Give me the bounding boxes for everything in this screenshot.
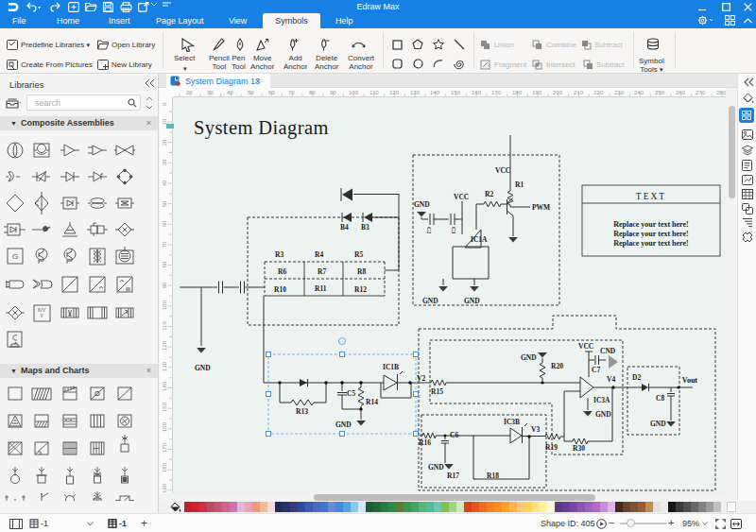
svg-text:120: 120	[389, 90, 400, 95]
svg-text:90: 90	[162, 282, 167, 288]
svg-text:210: 210	[574, 90, 584, 95]
svg-text:IC1B: IC1B	[383, 363, 399, 371]
svg-text:C7: C7	[592, 366, 600, 374]
svg-text:GND: GND	[422, 297, 438, 305]
svg-text:R4: R4	[315, 250, 323, 259]
svg-text:Vout: Vout	[682, 376, 697, 385]
svg-text:180: 180	[162, 462, 167, 472]
svg-text:20: 20	[162, 139, 167, 146]
svg-text:100: 100	[162, 300, 167, 310]
svg-text:GND: GND	[464, 297, 480, 305]
svg-text:160: 160	[472, 90, 482, 95]
svg-text:70: 70	[162, 241, 167, 248]
svg-text:0: 0	[162, 102, 167, 106]
svg-text:50: 50	[162, 200, 167, 207]
svg-text:IC3B: IC3B	[504, 418, 520, 426]
svg-text:C3: C3	[451, 227, 456, 233]
svg-text:R16: R16	[419, 438, 431, 447]
svg-text:GND: GND	[335, 420, 352, 429]
svg-text:190: 190	[532, 90, 542, 95]
svg-text:20: 20	[186, 90, 193, 95]
svg-text:B3: B3	[361, 223, 369, 232]
svg-text:130: 130	[410, 90, 421, 95]
svg-text:270: 270	[696, 90, 706, 95]
svg-text:R1: R1	[515, 180, 524, 189]
svg-text:R7: R7	[318, 267, 326, 276]
svg-text:60: 60	[162, 220, 167, 227]
svg-text:180: 180	[512, 90, 523, 95]
svg-text:R20: R20	[551, 362, 563, 370]
svg-text:GND: GND	[595, 410, 611, 419]
svg-text:PWM: PWM	[532, 203, 550, 212]
svg-text:VCC: VCC	[578, 342, 593, 351]
svg-text:40: 40	[227, 90, 233, 95]
svg-text:V2: V2	[417, 374, 425, 383]
svg-text:R10: R10	[274, 285, 286, 294]
svg-text:220: 220	[593, 90, 604, 95]
svg-text:R13: R13	[296, 407, 308, 416]
svg-text:150: 150	[162, 402, 167, 412]
svg-text:50: 50	[248, 90, 254, 95]
svg-text:Replace your text here!: Replace your text here!	[613, 230, 688, 238]
svg-text:R18: R18	[487, 472, 499, 480]
svg-text:170: 170	[491, 90, 502, 95]
svg-text:280: 280	[716, 90, 726, 95]
svg-text:TEXT: TEXT	[636, 192, 666, 201]
svg-text:150: 150	[451, 90, 461, 95]
svg-text:R15: R15	[431, 387, 443, 396]
svg-text:V3: V3	[531, 425, 540, 434]
svg-text:130: 130	[162, 361, 167, 371]
svg-text:260: 260	[676, 90, 686, 95]
svg-text:R11: R11	[315, 284, 327, 293]
svg-text:R5: R5	[354, 250, 363, 259]
svg-text:80: 80	[162, 261, 167, 267]
svg-text:40: 40	[162, 180, 167, 186]
svg-text:140: 140	[430, 90, 440, 95]
svg-text:GND: GND	[521, 353, 537, 362]
svg-text:80: 80	[309, 90, 316, 95]
svg-text:110: 110	[369, 90, 379, 95]
svg-text:110: 110	[162, 321, 167, 331]
svg-text:C8: C8	[656, 394, 664, 403]
svg-text:R3: R3	[275, 250, 284, 259]
svg-text:V4: V4	[607, 375, 615, 384]
svg-text:R30: R30	[573, 444, 585, 453]
svg-text:250: 250	[655, 90, 665, 95]
svg-text:30: 30	[162, 159, 167, 165]
svg-text:120: 120	[162, 340, 167, 351]
svg-text:170: 170	[162, 442, 167, 453]
svg-text:R6: R6	[278, 267, 286, 276]
svg-text:R17: R17	[447, 472, 459, 480]
svg-text:C6: C6	[450, 431, 458, 439]
svg-text:Replace your text here!: Replace your text here!	[613, 239, 688, 248]
svg-text:R14: R14	[366, 398, 378, 406]
svg-text:C2: C2	[426, 227, 432, 233]
svg-text:IC1A: IC1A	[471, 235, 488, 244]
svg-text:60: 60	[268, 90, 275, 95]
svg-text:D2: D2	[632, 373, 641, 382]
svg-text:Replace your text here!: Replace your text here!	[613, 220, 688, 229]
svg-text:30: 30	[207, 90, 214, 95]
svg-text:90: 90	[330, 90, 336, 95]
svg-text:R19: R19	[545, 443, 558, 452]
svg-text:R8: R8	[357, 267, 366, 276]
svg-text:IC3A: IC3A	[593, 396, 610, 404]
svg-text:200: 200	[553, 90, 563, 95]
svg-text:System Diagram: System Diagram	[194, 117, 329, 139]
svg-text:GND: GND	[195, 364, 211, 372]
svg-text:140: 140	[162, 381, 167, 391]
svg-text:GND: GND	[650, 420, 666, 428]
svg-text:GND: GND	[414, 200, 430, 209]
svg-text:240: 240	[634, 90, 644, 95]
svg-text:230: 230	[614, 90, 625, 95]
svg-text:R12: R12	[354, 285, 367, 294]
svg-text:VCC: VCC	[454, 193, 469, 201]
svg-text:GND: GND	[428, 463, 444, 472]
svg-text:R2: R2	[485, 190, 493, 198]
svg-text:C5: C5	[347, 389, 355, 398]
svg-text:70: 70	[288, 90, 295, 95]
svg-text:100: 100	[349, 90, 359, 95]
svg-text:B4: B4	[340, 223, 349, 232]
svg-text:160: 160	[162, 421, 167, 432]
svg-text:190: 190	[162, 483, 167, 493]
